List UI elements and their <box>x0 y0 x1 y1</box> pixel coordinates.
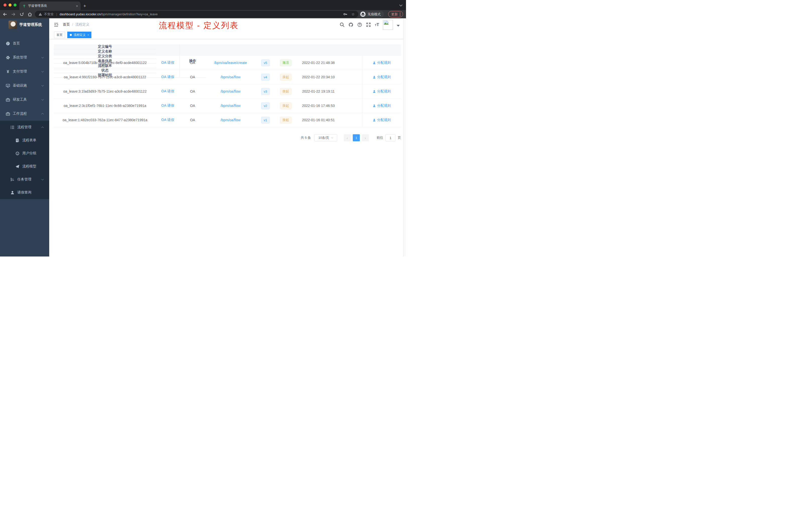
window-controls[interactable] <box>3 3 17 6</box>
plane-icon <box>15 164 20 169</box>
browser-update-button[interactable]: 更新 <box>388 11 403 17</box>
sidebar: 芋道管理系统 首页 系统管理 ¥ 支付管理 <box>0 18 49 256</box>
chevron-icon <box>41 113 44 116</box>
sidebar-item[interactable]: 流程管理 <box>0 121 49 134</box>
chevron-icon <box>41 98 44 101</box>
definition-name-link[interactable]: OA 请假 <box>161 60 174 65</box>
page-scrollbar[interactable] <box>404 18 406 256</box>
browser-tab[interactable]: 芋道管理系统 × <box>19 1 81 10</box>
assign-rule-link[interactable]: 分配规则 <box>373 118 391 122</box>
form-link[interactable]: /bpm/oa/flow <box>221 89 240 93</box>
tag-home[interactable]: 首页 <box>54 32 65 38</box>
sidebar-item-label: 流程表单 <box>22 138 36 143</box>
chevron-icon <box>41 56 44 58</box>
bookmark-star-icon[interactable]: ☆ <box>351 12 355 16</box>
hamburger-icon[interactable] <box>54 22 58 27</box>
plant-favicon-icon <box>22 4 26 8</box>
main-area: 首页 / 流程定义 流程模型 - 定义列表 TT 首页 流程定义 <box>49 18 403 256</box>
sidebar-logo-row[interactable]: 芋道管理系统 <box>0 18 49 31</box>
font-size-icon[interactable]: TT <box>375 23 379 27</box>
home-icon[interactable] <box>27 11 33 17</box>
definition-category: OA <box>179 99 206 113</box>
pagination: 共 5 条 10条/页 ‹ 1 › 前往 页 <box>54 134 401 141</box>
sidebar-item[interactable]: 用户分组 <box>0 147 49 160</box>
prev-page-button[interactable]: ‹ <box>344 134 351 141</box>
back-icon[interactable] <box>2 11 8 17</box>
github-icon[interactable] <box>348 22 353 27</box>
close-window-button[interactable] <box>3 3 6 6</box>
zoom-window-button[interactable] <box>13 3 17 6</box>
fullscreen-icon[interactable] <box>366 22 371 27</box>
select-chevron-icon <box>331 136 333 138</box>
version-badge: v3 <box>261 88 270 95</box>
sidebar-item[interactable]: 系统管理 <box>0 51 49 64</box>
table-row: oa_leave:3:1fad3d93-7b75-11ec-a3c8-acde4… <box>54 84 401 99</box>
search-icon[interactable] <box>340 22 345 27</box>
avatar[interactable] <box>383 20 393 30</box>
next-page-button[interactable]: › <box>362 134 369 141</box>
sidebar-item[interactable]: 流程模型 <box>0 160 49 173</box>
tab-close-icon[interactable]: × <box>76 4 78 8</box>
assign-rule-link[interactable]: 分配规则 <box>373 75 391 79</box>
tab-search-chevron-icon[interactable] <box>399 3 403 6</box>
sidebar-item[interactable]: ¥ 支付管理 <box>0 64 49 79</box>
sidebar-item[interactable]: 流程表单 <box>0 134 49 147</box>
definition-name-link[interactable]: OA 请假 <box>161 103 174 108</box>
url-host: dashboard.yudao.iocoder.cn <box>59 12 100 16</box>
reload-icon[interactable] <box>19 11 25 17</box>
form-link[interactable]: /bpm/oa/flow <box>221 118 240 122</box>
minimize-window-button[interactable] <box>8 3 11 6</box>
column-header: 定义编号 <box>54 44 156 49</box>
chevron-icon <box>41 70 44 72</box>
key-icon[interactable] <box>343 12 348 16</box>
browser-tab-strip: 芋道管理系统 × + <box>0 0 406 10</box>
browser-menu-icon[interactable] <box>400 12 401 16</box>
sidebar-item[interactable]: 请假查询 <box>0 186 49 199</box>
chevron-icon <box>41 178 44 180</box>
page-size-select[interactable]: 10条/页 <box>314 134 337 141</box>
goto-label: 前往 <box>377 135 383 140</box>
table-row: oa_leave:1:482ec033-762a-11ec-8477-a2380… <box>54 113 401 127</box>
form-link[interactable]: /bpm/oa/flow <box>221 75 240 79</box>
definition-name-link[interactable]: OA 请假 <box>161 118 174 122</box>
forward-icon[interactable] <box>10 11 16 17</box>
content: 定义编号 定义名称 定义分类 表单信息 流程版本 状态 部署时间 <box>49 44 403 141</box>
tag-close-icon[interactable]: × <box>87 33 89 36</box>
current-page-button[interactable]: 1 <box>353 134 360 141</box>
table-row: oa_leave:5:004b710b-7b8a-11ec-8ef0-acde4… <box>54 56 401 70</box>
definition-name-link[interactable]: OA 请假 <box>161 89 174 94</box>
sidebar-item-label: 首页 <box>13 41 20 46</box>
sidebar-item[interactable]: 工作流程 <box>0 107 49 121</box>
new-tab-button[interactable]: + <box>83 3 86 8</box>
app-logo <box>8 21 17 29</box>
url-path: /bpm/manager/definition?key=oa_leave <box>101 12 158 16</box>
assign-rule-link[interactable]: 分配规则 <box>373 60 391 65</box>
address-bar[interactable]: 不安全 | dashboard.yudao.iocoder.cn/bpm/man… <box>35 11 358 18</box>
incognito-icon <box>360 11 366 17</box>
version-badge: v1 <box>261 117 270 123</box>
sidebar-item[interactable]: 首页 <box>0 36 49 51</box>
sidebar-item[interactable]: 基础设施 <box>0 79 49 93</box>
sidebar-item-label: 用户分组 <box>22 151 36 156</box>
form-link[interactable]: /bpm/oa/leave/create <box>214 61 247 65</box>
page-unit-label: 页 <box>398 135 401 140</box>
tag-process-definition[interactable]: 流程定义 × <box>67 32 91 38</box>
form-link[interactable]: /bpm/oa/flow <box>221 104 240 108</box>
sidebar-item-label: 请假查询 <box>17 190 31 195</box>
assign-rule-link[interactable]: 分配规则 <box>373 89 391 94</box>
help-icon[interactable] <box>357 22 362 27</box>
sidebar-menu: 首页 系统管理 ¥ 支付管理 基础设施 <box>0 36 49 199</box>
definition-name-link[interactable]: OA 请假 <box>161 75 174 79</box>
version-badge: v5 <box>261 59 270 66</box>
security-label: 不安全 <box>44 12 54 17</box>
breadcrumb-home[interactable]: 首页 <box>63 22 70 27</box>
table-row: oa_leave:4:991f2193-7b7f-11ec-a3c8-acde4… <box>54 70 401 84</box>
form-icon <box>15 138 20 143</box>
goto-page-input[interactable] <box>385 134 396 141</box>
warning-icon[interactable] <box>38 12 42 16</box>
sidebar-item[interactable]: 研发工具 <box>0 93 49 107</box>
table-row: oa_leave:2:3c1f0ef1-76b1-11ec-9c66-a2380… <box>54 99 401 113</box>
caret-down-icon[interactable] <box>397 25 400 27</box>
assign-rule-link[interactable]: 分配规则 <box>373 103 391 108</box>
sidebar-item[interactable]: 任务管理 <box>0 173 49 186</box>
